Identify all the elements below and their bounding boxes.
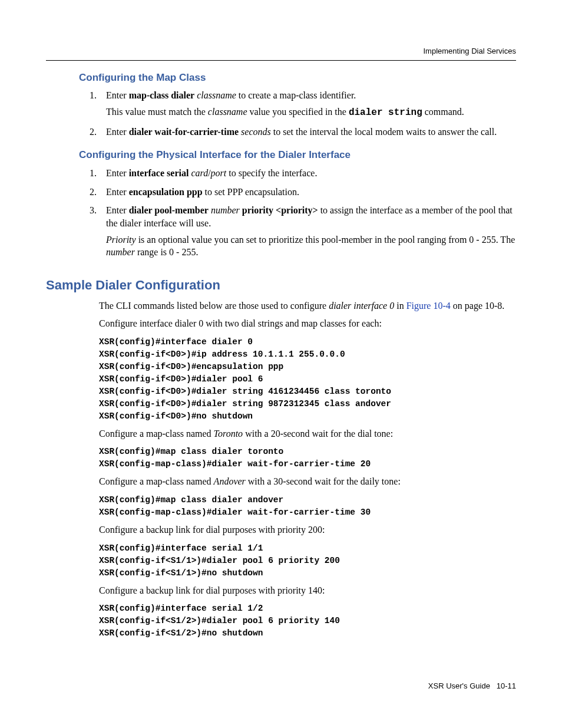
text: to create a map-class identifier. <box>236 90 356 100</box>
p-backup-200: Configure a backup link for dial purpose… <box>99 523 516 536</box>
running-head: Implementing Dial Services <box>46 46 516 57</box>
step-1: Enter interface serial card/port to spec… <box>99 167 516 180</box>
text: is an optional value you can set to prio… <box>136 235 515 245</box>
text: Enter <box>106 168 129 178</box>
em: dialer interface 0 <box>329 301 394 311</box>
text: Enter <box>106 187 129 197</box>
arg: seconds <box>241 127 271 137</box>
step-3-sub: Priority is an optional value you can se… <box>106 233 516 259</box>
cli-block-5: XSR(config)#interface serial 1/2 XSR(con… <box>99 602 516 640</box>
cli-block-3: XSR(config)#map class dialer andover XSR… <box>99 494 516 519</box>
text: Enter <box>106 127 129 137</box>
text: to set PPP encapsulation. <box>203 187 299 197</box>
text: Enter <box>106 90 129 100</box>
cli-block-4: XSR(config)#interface serial 1/1 XSR(con… <box>99 542 516 579</box>
figure-xref-link[interactable]: Figure 10-4 <box>406 301 451 311</box>
text: Configure a map-class named <box>99 429 214 439</box>
text: with a 20-second wait for the dial tone: <box>243 429 393 439</box>
text: to specify the interface. <box>226 168 317 178</box>
cli-block-2: XSR(config)#map class dialer toronto XSR… <box>99 446 516 470</box>
footer-page: 10-11 <box>497 681 516 690</box>
header-rule <box>46 60 516 61</box>
arg: Priority <box>106 235 136 245</box>
text: The CLI commands listed below are those … <box>99 301 329 311</box>
text: with a 30-second wait for the daily tone… <box>246 476 401 486</box>
arg: port <box>211 168 227 178</box>
arg: classname <box>197 90 236 100</box>
map-class-steps: Enter map-class dialer classname to crea… <box>99 89 516 138</box>
cmd: dialer pool-member <box>129 205 209 215</box>
physical-steps: Enter interface serial card/port to spec… <box>99 167 516 259</box>
arg: number <box>211 205 240 215</box>
heading-physical-interface: Configuring the Physical Interface for t… <box>79 149 516 162</box>
heading-map-class: Configuring the Map Class <box>79 71 516 85</box>
heading-sample-dialer: Sample Dialer Configuration <box>46 276 516 294</box>
cmd: map-class dialer <box>129 90 195 100</box>
p-andover: Configure a map-class named Andover with… <box>99 475 516 488</box>
step-2: Enter encapsulation ppp to set PPP encap… <box>99 186 516 199</box>
text: to set the interval the local modem wait… <box>271 127 497 137</box>
page: Implementing Dial Services Configuring t… <box>0 0 562 727</box>
step-2: Enter dialer wait-for-carrier-time secon… <box>99 126 516 139</box>
step-1: Enter map-class dialer classname to crea… <box>99 89 516 119</box>
arg: card <box>191 168 208 178</box>
footer-guide: XSR User's Guide <box>428 681 490 690</box>
text: Enter <box>106 205 129 215</box>
cmd: priority <priority> <box>242 205 318 215</box>
text: on page 10-8. <box>451 301 505 311</box>
cmd: dialer string <box>349 107 422 118</box>
cmd: interface serial <box>129 168 189 178</box>
text: in <box>394 301 406 311</box>
text: value you specified in the <box>247 107 349 117</box>
sample-intro: The CLI commands listed below are those … <box>99 299 516 312</box>
p-toronto: Configure a map-class named Toronto with… <box>99 427 516 440</box>
p-backup-140: Configure a backup link for dial purpose… <box>99 584 516 597</box>
arg: number <box>106 247 135 257</box>
arg: classname <box>208 107 247 117</box>
em: Andover <box>214 476 246 486</box>
page-footer: XSR User's Guide 10-11 <box>46 681 516 691</box>
text: range is 0 - 255. <box>135 247 199 257</box>
em: Toronto <box>214 429 243 439</box>
text: Configure a map-class named <box>99 476 214 486</box>
sample-p2: Configure interface dialer 0 with two di… <box>99 317 516 330</box>
cmd: encapsulation ppp <box>129 187 203 197</box>
cli-block-1: XSR(config)#interface dialer 0 XSR(confi… <box>99 336 516 423</box>
step-3: Enter dialer pool-member number priority… <box>99 204 516 258</box>
cmd: dialer wait-for-carrier-time <box>129 127 239 137</box>
text: command. <box>422 107 464 117</box>
text: This value must match the <box>106 107 208 117</box>
step-1-sub: This value must match the classname valu… <box>106 106 516 120</box>
